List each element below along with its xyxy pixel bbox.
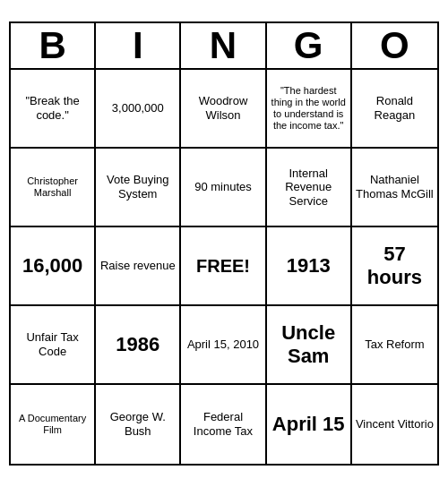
bingo-cell: 90 minutes (181, 149, 266, 227)
bingo-cell: Woodrow Wilson (181, 70, 266, 149)
header-letter: B (11, 23, 96, 68)
bingo-cell: Internal Revenue Service (267, 149, 352, 227)
bingo-card: BINGO "Break the code."3,000,000Woodrow … (9, 21, 439, 466)
header-letter: N (181, 23, 266, 68)
bingo-cell: George W. Bush (96, 385, 181, 464)
bingo-cell: April 15, 2010 (181, 306, 266, 385)
bingo-cell: "The hardest thing in the world to under… (267, 70, 352, 149)
bingo-cell: 16,000 (11, 227, 96, 306)
header-letter: O (352, 23, 437, 68)
bingo-cell: Tax Reform (352, 306, 437, 385)
bingo-cell: Unfair Tax Code (11, 306, 96, 385)
bingo-cell: 3,000,000 (96, 70, 181, 149)
bingo-cell: 1986 (96, 306, 181, 385)
bingo-cell: Federal Income Tax (181, 385, 266, 464)
bingo-cell: Vincent Vittorio (352, 385, 437, 464)
bingo-cell: Vote Buying System (96, 149, 181, 227)
header-letter: G (267, 23, 352, 68)
bingo-grid: "Break the code."3,000,000Woodrow Wilson… (11, 70, 437, 464)
bingo-cell: 57 hours (352, 227, 437, 306)
bingo-cell: A Documentary Film (11, 385, 96, 464)
bingo-cell: Nathaniel Thomas McGill (352, 149, 437, 227)
bingo-header: BINGO (11, 23, 437, 70)
header-letter: I (96, 23, 181, 68)
bingo-cell: 1913 (267, 227, 352, 306)
bingo-cell: Ronald Reagan (352, 70, 437, 149)
bingo-cell: Christopher Marshall (11, 149, 96, 227)
bingo-cell: April 15 (267, 385, 352, 464)
bingo-cell: Raise revenue (96, 227, 181, 306)
bingo-cell: FREE! (181, 227, 266, 306)
bingo-cell: Uncle Sam (267, 306, 352, 385)
bingo-cell: "Break the code." (11, 70, 96, 149)
